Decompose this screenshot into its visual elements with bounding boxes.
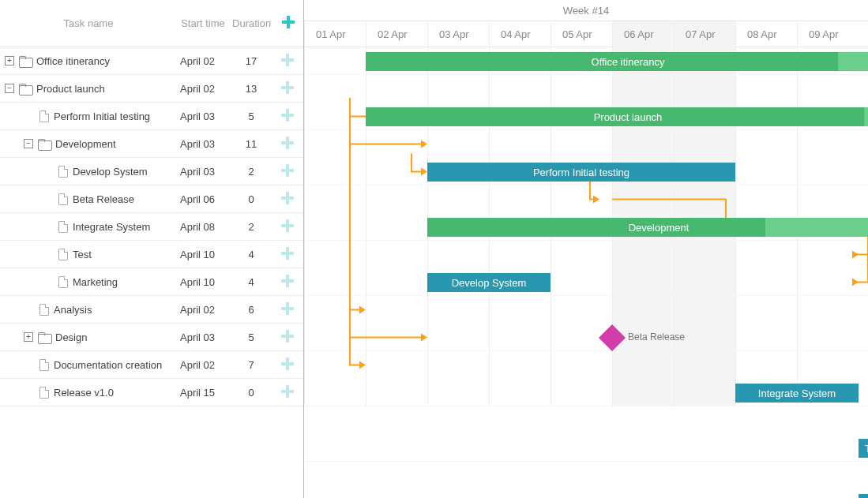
grid-row[interactable]: AnalysisApril 026 (0, 296, 303, 324)
timeline-row: Office itinerancy (304, 47, 868, 75)
task-name: Analysis (54, 304, 92, 316)
grid-row[interactable]: TestApril 104 (0, 241, 303, 268)
gantt-bar-project[interactable]: Development (427, 218, 868, 237)
expand-icon[interactable]: + (5, 56, 14, 66)
start-cell: April 10 (177, 276, 229, 288)
duration-cell: 2 (229, 166, 273, 178)
gantt-bar-task[interactable]: Perform Initial testing (427, 163, 735, 182)
task-cell: Marketing (0, 276, 177, 288)
add-task-button[interactable] (273, 109, 302, 124)
start-cell: April 03 (177, 138, 229, 150)
task-cell: Test (0, 249, 177, 260)
plus-icon (282, 16, 295, 28)
task-name: Development (55, 138, 116, 150)
expand-icon[interactable]: + (24, 332, 33, 342)
collapse-icon[interactable]: − (24, 139, 33, 148)
gantt-bar-task[interactable]: Integrate System (735, 384, 859, 403)
gantt-bar-project[interactable]: Product launch (366, 107, 868, 126)
grid-row[interactable]: Integrate SystemApril 082 (0, 213, 303, 241)
start-cell: April 02 (177, 55, 229, 67)
timeline-row: Marketing (304, 489, 868, 498)
folder-icon (19, 56, 32, 66)
file-icon (39, 110, 49, 122)
task-grid: Task name Start time Duration +Office it… (0, 0, 304, 498)
add-task-button[interactable] (273, 302, 302, 317)
timeline-body: Office itinerancyProduct launchPerform I… (304, 47, 868, 406)
gantt-bar-task[interactable]: Marketing (859, 494, 868, 498)
add-task-button[interactable] (273, 192, 302, 207)
gantt-bar-project[interactable]: Office itinerancy (366, 52, 868, 71)
gantt-milestone[interactable] (599, 324, 626, 351)
add-task-button[interactable] (273, 219, 302, 234)
task-name: Design (55, 331, 87, 343)
grid-row[interactable]: −Product launchApril 0213 (0, 75, 303, 103)
day-cell: 09 Apr (797, 21, 859, 47)
file-icon (39, 387, 49, 399)
gantt-bar-task[interactable]: Test (859, 439, 868, 458)
grid-row[interactable]: Documentation creationApril 027 (0, 351, 303, 379)
task-cell: Perform Initial testing (0, 110, 177, 122)
bar-label: Perform Initial testing (533, 167, 629, 178)
add-task-button[interactable] (273, 358, 302, 373)
day-cell: 07 Apr (674, 21, 735, 47)
col-header-task: Task name (0, 17, 177, 29)
duration-cell: 4 (229, 249, 273, 260)
bar-label: Integrate System (758, 388, 836, 399)
bar-label: Office itinerancy (592, 56, 665, 68)
grid-row[interactable]: Beta ReleaseApril 060 (0, 185, 303, 213)
collapse-icon[interactable]: − (5, 84, 14, 93)
day-cell: 02 Apr (366, 21, 427, 47)
timeline-row: Develop System (304, 268, 868, 296)
add-task-button[interactable] (273, 330, 302, 345)
task-cell: Develop System (0, 166, 177, 178)
add-task-button[interactable] (273, 164, 302, 179)
grid-row[interactable]: +DesignApril 035 (0, 324, 303, 351)
gantt-bar-task[interactable]: Develop System (427, 273, 550, 292)
task-name: Perform Initial testing (54, 110, 150, 122)
task-cell: Integrate System (0, 221, 177, 233)
timeline-row: Development (304, 213, 868, 241)
col-header-duration: Duration (229, 17, 274, 29)
add-task-button[interactable] (273, 81, 302, 96)
task-cell: Analysis (0, 304, 177, 316)
add-column-header[interactable] (274, 16, 302, 31)
start-cell: April 03 (177, 331, 229, 343)
task-cell: Documentation creation (0, 359, 177, 371)
task-name: Office itinerancy (36, 55, 110, 67)
grid-row[interactable]: Perform Initial testingApril 035 (0, 103, 303, 130)
duration-cell: 13 (229, 83, 273, 95)
grid-row[interactable]: MarketingApril 104 (0, 268, 303, 296)
add-task-button[interactable] (273, 247, 302, 262)
duration-cell: 4 (229, 276, 273, 288)
add-task-button[interactable] (273, 385, 302, 400)
task-name: Documentation creation (54, 359, 162, 371)
plus-icon (281, 109, 294, 122)
col-header-start: Start time (177, 17, 229, 29)
task-cell: +Office itinerancy (0, 55, 177, 67)
timeline-row: Product launch (304, 103, 868, 130)
grid-row[interactable]: Release v1.0April 150 (0, 379, 303, 406)
start-cell: April 03 (177, 166, 229, 178)
milestone-label: Beta Release (628, 331, 685, 343)
day-cell: 03 Apr (427, 21, 489, 47)
start-cell: April 02 (177, 359, 229, 371)
plus-icon (281, 219, 294, 232)
add-task-button[interactable] (273, 275, 302, 290)
plus-icon (281, 330, 294, 343)
bar-label: Product launch (594, 111, 663, 123)
day-cell: 08 Apr (735, 21, 797, 47)
duration-cell: 6 (229, 304, 273, 316)
duration-cell: 0 (229, 387, 273, 399)
bar-label: Development (629, 222, 690, 234)
start-cell: April 08 (177, 221, 229, 233)
grid-row[interactable]: Develop SystemApril 032 (0, 158, 303, 185)
grid-row[interactable]: −DevelopmentApril 0311 (0, 130, 303, 158)
add-task-button[interactable] (273, 137, 302, 152)
plus-icon (281, 247, 294, 260)
start-cell: April 03 (177, 110, 229, 122)
day-cell: 06 Apr (612, 21, 674, 47)
grid-row[interactable]: +Office itinerancyApril 0217 (0, 47, 303, 75)
task-name: Beta Release (73, 193, 134, 205)
add-task-button[interactable] (273, 54, 302, 69)
timeline[interactable]: Week #14 01 Apr02 Apr03 Apr04 Apr05 Apr0… (304, 0, 868, 498)
